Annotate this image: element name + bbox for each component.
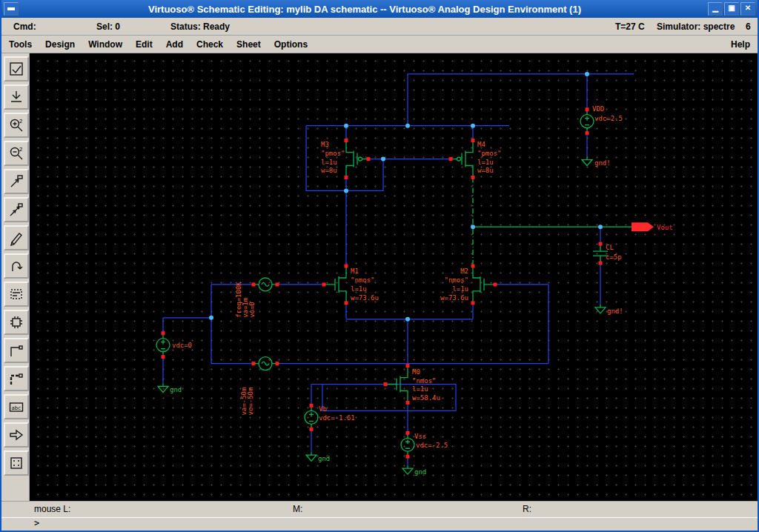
cl-gnd-label: gnd! <box>607 307 623 315</box>
command-prompt[interactable]: > <box>34 518 39 528</box>
m4-w-label: w=8u <box>477 167 494 174</box>
vss-gnd-symbol <box>402 465 413 474</box>
menu-tools[interactable]: Tools <box>9 39 32 50</box>
wire-tool[interactable] <box>4 338 29 363</box>
save-tool[interactable] <box>4 84 29 110</box>
menu-sheet[interactable]: Sheet <box>236 39 261 50</box>
vdd-gnd-label: gnd! <box>594 160 611 167</box>
options-grid-icon <box>8 455 24 471</box>
mouse-bindings-bar: mouse L: M: R: <box>1 501 758 517</box>
m3-w-label: w=8u <box>321 167 337 174</box>
vinn-vo-label: vo=-50m <box>247 388 254 416</box>
check-save-tool[interactable] <box>4 56 29 82</box>
menu-window[interactable]: Window <box>88 39 122 50</box>
abc-label-icon: abc <box>8 399 24 415</box>
menu-design[interactable]: Design <box>45 39 75 50</box>
undo-tool[interactable] <box>4 253 29 279</box>
net-wires[interactable] <box>163 74 634 465</box>
vss-name-label: Vss <box>414 433 426 440</box>
menu-edit[interactable]: Edit <box>136 39 153 50</box>
vcm-source[interactable]: vdc=0 gnd <box>156 333 192 394</box>
instance-tool[interactable] <box>4 310 29 335</box>
m2-w-label: w=73.6u <box>440 294 468 302</box>
m4-model-label: "pmos" <box>477 150 501 157</box>
cl-value-label: c=5p <box>606 253 622 261</box>
wire-label-tool[interactable]: abc <box>4 394 29 419</box>
virtuoso-window: Virtuoso® Schematic Editing: mylib DA sc… <box>0 0 759 532</box>
wide-wire-icon <box>8 370 24 387</box>
property-box-icon <box>8 286 24 302</box>
transistor-m3[interactable]: M3 "pmos" l=1u w=8u <box>321 141 368 178</box>
vcm-value-label: vdc=0 <box>172 342 192 349</box>
undo-hook-icon <box>8 258 24 274</box>
copy-tool[interactable] <box>4 197 29 222</box>
transistor-m0[interactable]: M0 "nmos" l=1u w=58.4u <box>385 366 440 403</box>
status-ready: Status: Ready <box>170 21 230 32</box>
vcm-gnd-symbol <box>158 384 168 393</box>
wide-wire-tool[interactable] <box>4 366 29 391</box>
menu-bar: Tools Design Window Edit Add Check Sheet… <box>1 36 758 53</box>
transistor-m2[interactable]: M2 "nmos" l=1u w=73.6u <box>440 266 495 303</box>
vss-gnd-label: gnd <box>414 468 426 476</box>
vdd-name-label: VDD <box>592 105 604 113</box>
vb-name-label: Vb <box>319 405 327 413</box>
vb-gnd-label: gnd <box>318 455 330 462</box>
transistor-m1[interactable]: M1 "nmos" l=1u w=73.6u <box>324 266 379 303</box>
m1-model-label: "nmos" <box>351 276 374 284</box>
vinp-source[interactable]: freq=100K va=1m vo=0 <box>235 278 277 318</box>
cl-name-label: CL <box>606 244 614 251</box>
m2-name-label: M2 <box>460 267 468 275</box>
menu-options[interactable]: Options <box>274 39 308 50</box>
stretch-tool[interactable] <box>4 169 29 194</box>
menu-add[interactable]: Add <box>166 39 183 50</box>
m2-model-label: "nmos" <box>445 276 468 284</box>
window-title: Virtuoso® Schematic Editing: mylib DA sc… <box>21 4 708 15</box>
transistor-m4[interactable]: M4 "pmos" l=1u w=8u <box>451 141 501 178</box>
pencil-icon <box>8 230 24 246</box>
delete-tool[interactable] <box>4 225 29 250</box>
cl-capacitor[interactable]: CL c=5p gnd! <box>593 244 623 315</box>
m2-l-label: l=1u <box>452 285 468 293</box>
vss-value-label: vdc=-2.5 <box>416 442 448 449</box>
vout-label: Vout <box>657 224 673 231</box>
stretch-arrow-icon <box>8 173 24 190</box>
vcm-gnd-label: gnd <box>170 386 182 393</box>
prompt-bar[interactable]: > <box>1 517 758 531</box>
svg-text:2: 2 <box>19 147 22 153</box>
zoom-out-icon: 2 <box>8 145 24 162</box>
pin-tool[interactable] <box>4 422 29 448</box>
m1-name-label: M1 <box>351 267 359 275</box>
menu-check[interactable]: Check <box>196 39 223 50</box>
zoom-out-tool[interactable]: 2 <box>4 141 29 166</box>
window-menu-icon[interactable] <box>4 2 19 16</box>
vinn-source[interactable]: va=-50m vo=-50m <box>240 357 277 416</box>
instance-chip-icon <box>8 314 24 330</box>
schematic-canvas[interactable]: M3 "pmos" l=1u w=8u M4 "pmos" l=1u w=8u <box>30 53 758 501</box>
vss-source[interactable]: Vss vdc=-2.5 gnd <box>401 433 448 476</box>
property-tool[interactable] <box>4 282 29 307</box>
m0-name-label: M0 <box>412 368 420 376</box>
maximize-button[interactable]: ▣ <box>724 2 739 16</box>
cmd-options-tool[interactable] <box>4 450 29 476</box>
simulator-label: Simulator: spectre <box>657 21 735 32</box>
m0-model-label: "nmos" <box>412 377 436 385</box>
cl-gnd-symbol <box>595 305 606 313</box>
m3-model-label: "pmos" <box>321 150 345 157</box>
m0-w-label: w=58.4u <box>412 394 440 402</box>
minimize-button[interactable]: ▁ <box>708 2 723 16</box>
tool-palette: 2 2 abc <box>1 53 30 501</box>
vb-source[interactable]: Vb vdc=-1.61 gnd <box>305 405 355 462</box>
mouse-right-binding: R: <box>523 504 531 514</box>
m3-name-label: M3 <box>321 141 329 148</box>
svg-text:abc: abc <box>12 405 21 411</box>
m1-w-label: w=73.6u <box>351 294 379 302</box>
junction-dots <box>209 72 603 322</box>
vout-pin[interactable]: Vout <box>632 222 673 231</box>
close-button[interactable]: ✕ <box>740 2 755 16</box>
m1-l-label: l=1u <box>351 285 367 293</box>
wire-corner-icon <box>8 342 24 359</box>
menu-help[interactable]: Help <box>731 39 750 50</box>
zoom-in-tool[interactable]: 2 <box>4 113 29 138</box>
status-count: 6 <box>746 21 751 32</box>
svg-text:2: 2 <box>19 119 22 124</box>
